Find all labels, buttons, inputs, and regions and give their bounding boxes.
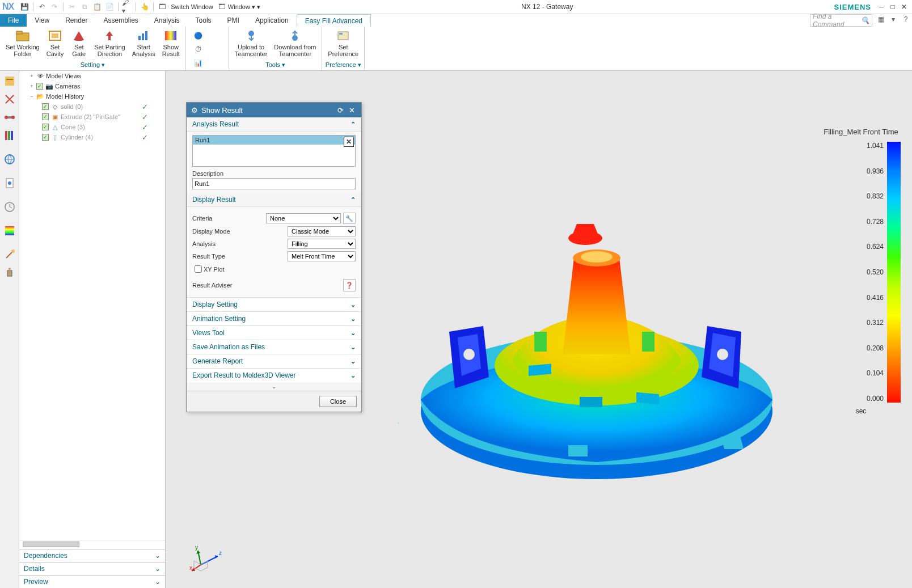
model-tree[interactable]: + 👁 Model Views + ✓ 📷 Cameras − 📂 Model … bbox=[19, 71, 165, 549]
menu-analysis[interactable]: Analysis bbox=[146, 14, 188, 27]
close-icon[interactable]: ✕ bbox=[347, 105, 357, 115]
indicator1-icon[interactable]: 🔵 bbox=[191, 29, 206, 43]
criteria-select[interactable]: None bbox=[266, 213, 341, 223]
set-preference-button[interactable]: Set Preference bbox=[324, 28, 362, 61]
menu-file[interactable]: File bbox=[0, 14, 27, 27]
model-3d-view[interactable] bbox=[398, 184, 795, 502]
set-gate-button[interactable]: Set Gate bbox=[67, 28, 91, 61]
switch-window-label[interactable]: Switch Window bbox=[171, 3, 213, 10]
checkbox[interactable]: ✓ bbox=[42, 134, 49, 141]
run-list[interactable]: Run1 ✕ bbox=[192, 135, 356, 167]
section-export-result[interactable]: Export Result to Moldex3D Viewer ⌄ bbox=[187, 368, 361, 382]
tree-model-views[interactable]: + 👁 Model Views bbox=[19, 71, 165, 81]
palette-icon[interactable] bbox=[1, 222, 18, 239]
remove-run-icon[interactable]: ✕ bbox=[344, 137, 354, 147]
cut-icon[interactable]: ✂ bbox=[67, 2, 77, 12]
checkbox[interactable]: ✓ bbox=[42, 124, 49, 130]
panel-dependencies[interactable]: Dependencies ⌄ bbox=[19, 549, 165, 562]
paste-icon[interactable]: 📋 bbox=[92, 2, 102, 12]
window-icon[interactable]: 🗔 bbox=[157, 2, 167, 12]
tree-item[interactable]: ✓ ▣ Extrude (2) "PinGate" ✓ bbox=[19, 112, 165, 122]
wrench-icon[interactable]: 🔧 bbox=[343, 213, 356, 224]
xy-plot-checkbox[interactable] bbox=[195, 265, 202, 273]
document-icon[interactable] bbox=[1, 175, 18, 192]
menu-view[interactable]: View bbox=[27, 14, 57, 27]
tree-item[interactable]: ✓ △ Cone (3) ✓ bbox=[19, 122, 165, 132]
part-nav-icon[interactable] bbox=[1, 91, 18, 108]
description-input[interactable] bbox=[192, 178, 356, 189]
indicator3-icon[interactable]: 📊 bbox=[191, 56, 206, 70]
dialog-title-bar[interactable]: ⚙ Show Result ⟳ ✕ bbox=[187, 103, 361, 117]
wand-icon[interactable] bbox=[1, 246, 18, 263]
section-save-animation[interactable]: Save Animation as Files ⌄ bbox=[187, 340, 361, 354]
panel-preview[interactable]: Preview ⌄ bbox=[19, 575, 165, 588]
gear-icon[interactable]: ⚙ bbox=[191, 106, 198, 115]
history-icon[interactable] bbox=[1, 127, 18, 144]
help-icon[interactable]: ? bbox=[901, 14, 911, 24]
save-icon[interactable]: 💾 bbox=[19, 2, 29, 12]
checkbox[interactable]: ✓ bbox=[42, 113, 49, 120]
collapse-icon[interactable]: − bbox=[28, 93, 35, 100]
expand-icon[interactable]: + bbox=[28, 73, 35, 79]
set-cavity-button[interactable]: Set Cavity bbox=[43, 28, 67, 61]
show-result-button[interactable]: Show Result bbox=[159, 28, 183, 61]
window2-icon[interactable]: 🗔 bbox=[217, 2, 227, 12]
menu-tools[interactable]: Tools bbox=[188, 14, 219, 27]
menu-application[interactable]: Application bbox=[247, 14, 297, 27]
copy-icon[interactable]: ⧉ bbox=[79, 2, 90, 12]
paste2-icon[interactable]: 📄 bbox=[104, 2, 115, 12]
menu-assemblies[interactable]: Assemblies bbox=[96, 14, 146, 27]
chevron-down-icon[interactable]: ▾ bbox=[888, 14, 898, 24]
constraint-icon[interactable] bbox=[1, 109, 18, 126]
display-mode-select[interactable]: Classic Mode bbox=[288, 226, 356, 236]
tree-item[interactable]: ✓ ◇ solid (0) ✓ bbox=[19, 101, 165, 112]
reset-icon[interactable]: ⟳ bbox=[335, 105, 345, 115]
menu-easyfill[interactable]: Easy Fill Advanced bbox=[297, 14, 371, 27]
find-command-input[interactable]: Find a Command 🔍 bbox=[810, 14, 872, 27]
section-views-tool[interactable]: Views Tool ⌄ bbox=[187, 325, 361, 340]
tree-model-history[interactable]: − 📂 Model History bbox=[19, 91, 165, 101]
view-triad[interactable]: z y x bbox=[189, 545, 223, 573]
section-generate-report[interactable]: Generate Report ⌄ bbox=[187, 354, 361, 368]
clock-icon[interactable] bbox=[1, 198, 18, 215]
menu-pmi[interactable]: PMI bbox=[219, 14, 247, 27]
set-working-folder-button[interactable]: Set Working Folder bbox=[2, 28, 43, 61]
start-analysis-button[interactable]: Start Analysis bbox=[129, 28, 159, 61]
close-button[interactable]: Close bbox=[319, 396, 357, 407]
download-button[interactable]: Download from Teamcenter bbox=[271, 28, 319, 61]
menu-render[interactable]: Render bbox=[57, 14, 95, 27]
layers-icon[interactable]: ▦ bbox=[876, 14, 886, 24]
checkbox[interactable]: ✓ bbox=[36, 83, 43, 90]
analysis-select[interactable]: Filling bbox=[288, 239, 356, 249]
maximize-icon[interactable]: □ bbox=[888, 2, 898, 11]
set-parting-direction-button[interactable]: Set Parting Direction bbox=[91, 28, 128, 61]
brush-icon[interactable]: 🖌 ▾ bbox=[122, 2, 132, 12]
section-animation-setting[interactable]: Animation Setting ⌄ bbox=[187, 311, 361, 325]
panel-details[interactable]: Details ⌄ bbox=[19, 562, 165, 575]
undo-icon[interactable]: ↶ bbox=[37, 2, 47, 12]
dialog-handle[interactable]: ⌄ bbox=[187, 382, 361, 391]
run-item[interactable]: Run1 bbox=[193, 136, 355, 145]
result-adviser-button[interactable]: ❓ bbox=[343, 279, 356, 291]
internet-icon[interactable] bbox=[1, 151, 18, 168]
touch-icon[interactable]: 👆 bbox=[140, 2, 150, 12]
section-display-setting[interactable]: Display Setting ⌄ bbox=[187, 297, 361, 311]
tree-cameras[interactable]: + ✓ 📷 Cameras bbox=[19, 81, 165, 91]
close-icon[interactable]: ✕ bbox=[899, 2, 909, 11]
window-dropdown[interactable]: Window ▾ ▾ bbox=[228, 3, 260, 11]
expand-icon[interactable]: + bbox=[28, 83, 35, 90]
result-type-select[interactable]: Melt Front Time bbox=[288, 251, 356, 261]
indicator2-icon[interactable]: ⏱ bbox=[191, 43, 206, 56]
navigator-icon[interactable] bbox=[1, 73, 18, 90]
graphics-canvas[interactable]: ⚙ Show Result ⟳ ✕ Analysis Result ⌃ Run1… bbox=[166, 71, 912, 588]
checkbox[interactable]: ✓ bbox=[42, 103, 49, 110]
upload-button[interactable]: Upload to Teamcenter bbox=[231, 28, 271, 61]
redo-icon[interactable]: ↷ bbox=[49, 2, 60, 12]
minimize-icon[interactable]: ─ bbox=[876, 2, 886, 11]
camera-icon: 📷 bbox=[45, 82, 53, 90]
section-display-result[interactable]: Display Result ⌃ bbox=[187, 193, 361, 207]
horizontal-scrollbar[interactable] bbox=[19, 540, 165, 549]
section-analysis-result[interactable]: Analysis Result ⌃ bbox=[187, 117, 361, 132]
robot-icon[interactable] bbox=[1, 264, 18, 281]
tree-item[interactable]: ✓ ▯ Cylinder (4) ✓ bbox=[19, 132, 165, 142]
